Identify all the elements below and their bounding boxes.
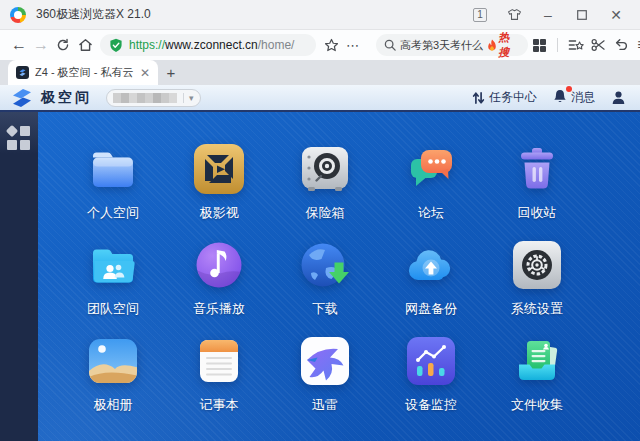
app-tile-device-monitor[interactable]: 设备监控 [378,333,484,429]
download-globe-icon [297,237,353,293]
more-actions-button[interactable]: ⋯ [342,34,364,56]
left-sidebar [0,112,38,441]
app-tile-download[interactable]: 下载 [272,237,378,333]
star-icon [324,38,339,53]
url-scheme: https:// [129,38,165,52]
app-tile-label: 设备监控 [405,396,457,414]
notepad-icon [191,333,247,389]
tab-close-icon[interactable]: ✕ [140,66,150,80]
app-tile-safe[interactable]: 保险箱 [272,141,378,237]
app-tile-label: 极影视 [200,204,239,222]
app-tile-label: 文件收集 [511,396,563,414]
search-box[interactable]: 高考第3天考什么 热搜 [376,34,528,56]
profile-count-button[interactable]: 1 [466,4,494,26]
task-center-label: 任务中心 [489,89,537,106]
site-favicon [16,66,29,79]
navigation-bar: ← → https://www.zconnect.cn/home/ ⋯ [0,30,640,60]
app-tile-notepad[interactable]: 记事本 [166,333,272,429]
bookmark-star-button[interactable] [320,34,342,56]
bell-icon [553,89,567,104]
toolbar-divider [557,38,558,52]
maximize-button[interactable] [568,4,596,26]
thunder-bird-icon [297,333,353,389]
maximize-icon [577,10,587,20]
app-tile-team-space[interactable]: 团队空间 [60,237,166,333]
title-bar: 360极速浏览器X 21.0 1 – ✕ [0,0,640,30]
file-collection-icon [509,333,565,389]
apps-launcher-button[interactable] [528,34,550,56]
close-window-button[interactable]: ✕ [602,4,630,26]
tab-strip: Z4 - 极空间 - 私有云 ✕ + [0,60,640,85]
app-tile-label: 回收站 [518,204,557,222]
messages-label: 消息 [571,89,595,106]
app-tile-label: 音乐播放 [193,300,245,318]
tab-title: Z4 - 极空间 - 私有云 [35,65,134,80]
device-monitor-icon [403,333,459,389]
app-grid: 个人空间 [60,141,590,429]
url-text: https://www.zconnect.cn/home/ [129,38,294,52]
more-dots-icon: ⋯ [346,38,360,53]
redacted-device-name [113,93,177,103]
task-center-button[interactable]: 任务中心 [472,89,537,106]
desktop-area: 个人空间 [38,112,640,441]
restore-tab-button[interactable] [609,34,631,56]
home-button[interactable] [74,34,96,56]
app-tile-music-player[interactable]: 音乐播放 [166,237,272,333]
scissors-icon [591,38,606,52]
zspace-logo-icon [10,86,34,110]
safe-icon [297,141,353,197]
screenshot-button[interactable] [587,34,609,56]
app-tile-label: 网盘备份 [405,300,457,318]
forward-button[interactable]: → [30,34,52,56]
window-title: 360极速浏览器X 21.0 [36,6,151,23]
app-tile-recycle-bin[interactable]: 回收站 [484,141,590,237]
minimize-button[interactable]: – [534,4,562,26]
apps-home-nav-icon[interactable] [7,126,31,150]
reload-button[interactable] [52,34,74,56]
task-transfer-icon [472,91,485,105]
app-tile-movies[interactable]: 极影视 [166,141,272,237]
forum-chat-icon [403,141,459,197]
app-tile-cloud-backup[interactable]: 网盘备份 [378,237,484,333]
minimize-icon: – [544,8,552,22]
plus-icon: + [167,64,176,81]
site-header: 极空间 ▾ 任务中心 消息 [0,85,640,112]
reload-icon [56,38,70,52]
hot-search-label: 热搜 [498,30,520,60]
back-icon: ← [11,36,27,54]
app-tile-label: 下载 [312,300,338,318]
app-tile-thunder[interactable]: 迅雷 [272,333,378,429]
browser-window: 360极速浏览器X 21.0 1 – ✕ ← → [0,0,640,441]
apps-grid-icon [533,39,546,52]
favorites-list-button[interactable] [565,34,587,56]
back-button[interactable]: ← [8,34,30,56]
movies-icon [191,141,247,197]
brand-title: 极空间 [41,89,92,107]
favorites-list-icon [568,38,584,52]
device-selector-dropdown[interactable]: ▾ [106,89,201,107]
new-tab-button[interactable]: + [158,60,184,85]
theme-skin-button[interactable] [500,4,528,26]
shirt-icon [507,8,522,21]
flame-icon [487,39,497,52]
user-account-button[interactable] [611,90,630,105]
messages-button[interactable]: 消息 [553,89,595,107]
browser-menu-button[interactable]: ≡ [631,34,640,56]
secure-shield-icon [109,38,123,53]
home-icon [78,38,93,52]
active-tab[interactable]: Z4 - 极空间 - 私有云 ✕ [8,60,158,85]
url-host: www.zconnect.cn [165,38,258,52]
app-tile-photo-album[interactable]: 极相册 [60,333,166,429]
search-icon [384,39,396,51]
app-tile-personal-space[interactable]: 个人空间 [60,141,166,237]
app-tile-system-settings[interactable]: 系统设置 [484,237,590,333]
photo-album-icon [85,333,141,389]
page-content: 个人空间 [0,112,640,441]
close-icon: ✕ [610,8,622,22]
user-avatar-icon [611,90,626,105]
app-tile-label: 个人空间 [87,204,139,222]
app-tile-forum[interactable]: 论坛 [378,141,484,237]
address-bar[interactable]: https://www.zconnect.cn/home/ [100,34,316,56]
forward-icon: → [33,36,49,54]
app-tile-file-collection[interactable]: 文件收集 [484,333,590,429]
